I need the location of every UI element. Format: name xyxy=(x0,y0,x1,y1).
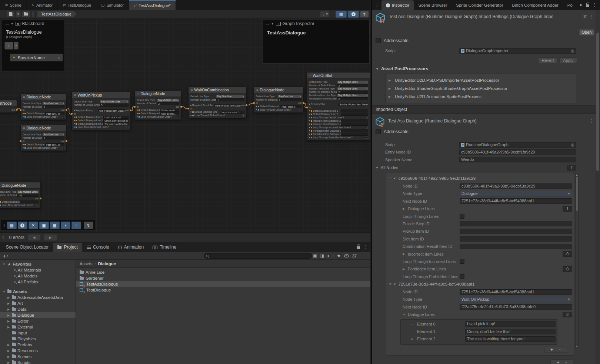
tree-folder-data[interactable]: ▶Data xyxy=(0,306,76,312)
addressable-checkbox[interactable] xyxy=(376,129,381,134)
tree-folder-input[interactable]: Input xyxy=(0,330,76,336)
number-field[interactable]: 2 xyxy=(337,91,368,94)
text-field[interactable] xyxy=(341,109,368,112)
array-size-field[interactable]: 3 xyxy=(563,312,572,317)
node-row-number-of-incorrect-item-lines[interactable]: Number of Incorrect Item Lines2 xyxy=(307,90,370,94)
debug-toggle-button[interactable]: ↯ xyxy=(84,222,93,229)
editor-tab-testassdialogue[interactable]: ⇄TestAssDialogue* xyxy=(129,0,176,10)
graph-node-startnode[interactable]: ≡StartNodeout xyxy=(0,100,17,113)
input-port[interactable] xyxy=(20,109,21,111)
foldout-arrow-icon[interactable]: ▶ xyxy=(403,207,406,210)
node-title-bar[interactable]: ≡StartNode xyxy=(0,100,17,107)
input-port[interactable] xyxy=(253,102,255,104)
tree-assets-root[interactable]: ▼Assets xyxy=(0,289,76,294)
asset-item-testdialogue[interactable]: {}TestDialogue xyxy=(76,287,370,293)
value-field[interactable] xyxy=(460,244,572,249)
value-field[interactable]: Weirdo xyxy=(459,157,576,162)
node-title-bar[interactable]: ≡WaitOnSlot xyxy=(307,73,370,79)
node-row-required-result-item[interactable]: Required Result ItemMeat (Pickup Item Da… xyxy=(189,104,246,107)
text-field[interactable]: Ohhhh yea b... xyxy=(160,109,179,112)
expander-arrow-icon[interactable]: ▼ xyxy=(2,263,6,266)
breadcrumb-current[interactable]: Dialogue xyxy=(98,262,116,266)
tree-favorite-all-prefabs[interactable]: All Prefabs xyxy=(0,279,76,285)
foldout-arrow-icon[interactable]: ▼ xyxy=(271,22,274,26)
number-field[interactable]: 2 xyxy=(337,97,368,100)
element-value-field[interactable]: Cmon, don't be like this! xyxy=(465,329,556,334)
kebab-icon[interactable]: ⋮ xyxy=(364,244,368,249)
node-row-number-of-default-lines[interactable]: Number of Default Lines1 xyxy=(254,98,303,101)
scroll-down-icon[interactable]: ▼ xyxy=(576,345,578,348)
checkbox[interactable] xyxy=(62,147,64,149)
node-row-number-of-default-lines[interactable]: Number of Default Lines1 xyxy=(21,105,66,108)
checkbox-loop-through-lines[interactable] xyxy=(460,214,464,219)
drag-handle-icon[interactable]: = xyxy=(411,322,417,326)
node-group-c93b5606-401f-49a2-99b5-9ecbf1fa9c29[interactable]: =▼c93b5606-401f-49a2-99b5-9ecbf1fa9c29 xyxy=(386,175,572,181)
value-field[interactable]: c93b5606-401f-49a2-99b5-9ecbf1fa9c29 xyxy=(459,149,576,155)
add-property-options-button[interactable]: ▾ xyxy=(14,42,19,50)
debug-toggle-button[interactable]: ↯ xyxy=(360,11,369,18)
dropdown-default-line-type[interactable]: Say Multiple Lines▾ xyxy=(337,81,368,84)
node-row-default-dialogue-line[interactable]: Default Dialogue LinePsst boy... W xyxy=(21,112,66,115)
foldout-arrow-icon[interactable]: ▼ xyxy=(403,313,406,316)
node-title-bar[interactable]: ≡DialogueNode xyxy=(0,182,40,189)
foldout-arrow-icon[interactable]: ▶ xyxy=(403,267,406,271)
output-port[interactable] xyxy=(66,140,67,142)
add-element-button[interactable]: + xyxy=(557,360,559,364)
node-row-incorrect-item-line-type[interactable]: Incorrect Item Line TypeSay Multiple Lin… xyxy=(307,87,370,90)
favorites-star-icon[interactable]: ★ xyxy=(337,253,341,258)
checkbox[interactable] xyxy=(299,109,301,111)
node-row-default-line-type[interactable]: Default Line TypeSay One Line▾ xyxy=(21,133,66,136)
number-field[interactable]: 1 xyxy=(278,98,301,101)
foldout-arrow-icon[interactable]: ▼ xyxy=(376,166,379,169)
node-row-number-of-default-lines[interactable]: Number of Default Lines-55 xyxy=(0,193,40,197)
expander-arrow-icon[interactable]: ▶ xyxy=(7,326,10,329)
tree-folder-scripts[interactable]: ▶Scripts xyxy=(0,360,76,364)
checkbox[interactable] xyxy=(36,204,39,206)
tab-scroll-right-icon[interactable]: ▶ xyxy=(580,3,583,7)
output-port[interactable] xyxy=(303,102,304,104)
node-row-forbidden-of-incorrect-item-lines[interactable]: Forbidden of Incorrect Item Lines2 xyxy=(307,97,370,100)
dropdown-node-type[interactable]: Dialogue▼ xyxy=(460,191,572,196)
value-field[interactable]: 7251e73e-38d3-44ff-a8c5-bcf54088aaf1 xyxy=(460,289,572,295)
node-row-loop-through-default-lines[interactable]: Loop Through Default Lines? xyxy=(135,115,181,118)
asset-postprocessors-foldout[interactable]: ▼ Asset PostProcessors xyxy=(376,66,428,71)
postprocessor-item[interactable]: ▶UnityEditor.U2D.PSD.PSDImporterAssetPos… xyxy=(389,76,573,84)
save-button[interactable] xyxy=(6,11,14,17)
console-toggle-button[interactable]: ▤ xyxy=(7,222,17,229)
node-row-default-line-type[interactable]: Default Line TypeSay One Line▾ xyxy=(21,102,66,105)
object-field[interactable]: Axe (Pickup Item Data)◎ xyxy=(98,109,125,112)
text-field[interactable]: The ass is waiting there for y xyxy=(103,122,129,125)
dropdown-incorrect-item-line-type[interactable]: Say Multiple Lines▾ xyxy=(337,87,368,90)
breadcrumb-root[interactable]: Assets xyxy=(80,262,93,266)
drag-handle-icon[interactable]: = xyxy=(411,330,417,334)
lock-icon[interactable] xyxy=(586,4,589,7)
node-row-incorrect-item-dialogue-line-1[interactable]: Incorrect Item Dialogue Line 1 xyxy=(307,119,370,122)
dropdown-forbidden-item-line-type[interactable]: Say Multiple Lines▾ xyxy=(337,94,368,97)
output-port[interactable] xyxy=(130,109,131,111)
foldout-arrow-icon[interactable]: ▶ xyxy=(389,79,392,82)
graph-breadcrumb[interactable]: TestAssDialogue xyxy=(37,11,77,17)
scroll-up-icon[interactable]: ▲ xyxy=(576,173,578,176)
node-row-default-dialogue-line-1[interactable]: Default Dialogue Line 1 xyxy=(307,109,370,112)
tab-scene-object-locator[interactable]: Scene Object Locator xyxy=(1,243,53,252)
value-field[interactable]: f22a475e-4c2f-41c6-9b73-6a83498abfe0 xyxy=(460,304,572,310)
editor-tab-testdialogue[interactable]: ⇄TestDialogue xyxy=(58,0,96,10)
graph-edge[interactable] xyxy=(247,103,254,105)
node-row-default-dialogue-line-1[interactable]: Default Dialogue Line 1I said pick it up… xyxy=(72,115,130,119)
node-row-default-line-type[interactable]: Default Line TypeSay Multiple Lines▾ xyxy=(0,190,40,193)
node-row-number-of-default-lines[interactable]: Number of Default Lines2 xyxy=(307,84,370,87)
foldout-arrow-icon[interactable]: ▼ xyxy=(11,22,14,26)
output-port[interactable] xyxy=(40,198,41,199)
search-by-import-icon[interactable]: ◨ xyxy=(320,253,324,258)
revert-button[interactable]: Revert xyxy=(538,57,557,63)
more-toggle-button[interactable]: ⋮ xyxy=(71,222,81,229)
drag-handle-icon[interactable]: = xyxy=(411,337,417,341)
output-port[interactable] xyxy=(66,109,67,111)
node-row-default-dialogue-line[interactable]: Default Dialogue LineNice, that's it xyxy=(254,105,303,108)
output-port[interactable] xyxy=(246,104,247,106)
input-port[interactable] xyxy=(20,140,21,142)
node-row-loop-through-default-lines[interactable]: Loop Through Default Lines? xyxy=(21,115,66,118)
number-field[interactable]: 1 xyxy=(43,105,64,108)
graph-inspector-header[interactable]: == ▼ i Graph Inspector xyxy=(263,20,369,28)
checkbox[interactable]: ✓ xyxy=(242,114,244,117)
